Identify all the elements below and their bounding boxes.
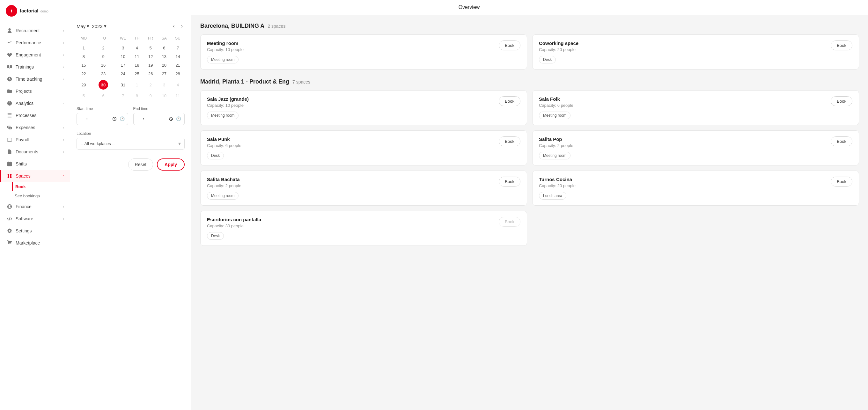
- cal-day[interactable]: 6: [91, 92, 116, 100]
- cal-day[interactable]: 2: [91, 44, 116, 52]
- cal-day[interactable]: 10: [158, 92, 171, 100]
- sidebar-item-spaces[interactable]: Spaces ˅: [0, 170, 70, 182]
- cal-day[interactable]: 9: [144, 92, 158, 100]
- sidebar-item-software[interactable]: Software ›: [0, 213, 70, 225]
- cal-day[interactable]: 31: [116, 78, 130, 92]
- sidebar-item-projects[interactable]: Projects: [0, 85, 70, 97]
- sidebar-item-settings[interactable]: Settings: [0, 225, 70, 237]
- sidebar-item-marketplace[interactable]: Marketplace: [0, 237, 70, 249]
- book-button[interactable]: Book: [499, 136, 520, 146]
- book-button[interactable]: Book: [831, 136, 852, 146]
- cal-day[interactable]: 17: [116, 61, 130, 69]
- cal-day[interactable]: 30: [91, 78, 116, 92]
- cal-day[interactable]: 19: [144, 61, 158, 69]
- cal-day[interactable]: 1: [130, 78, 144, 92]
- sidebar-item-finance[interactable]: Finance ›: [0, 200, 70, 213]
- cal-day[interactable]: 25: [130, 69, 144, 78]
- sidebar-item-analytics[interactable]: Analytics ›: [0, 97, 70, 109]
- year-dropdown-button[interactable]: 2023 ▾: [92, 23, 106, 29]
- space-name: Turnos Cocina: [539, 177, 576, 182]
- space-info: Salita Bachata Capacity: 2 people: [207, 177, 241, 192]
- cal-year-label: 2023: [92, 24, 102, 29]
- cal-day[interactable]: 22: [76, 69, 91, 78]
- end-time-label: End time: [133, 106, 185, 111]
- cal-day[interactable]: 5: [144, 44, 158, 52]
- space-capacity: Capacity: 10 people: [207, 47, 244, 52]
- sidebar-item-processes[interactable]: Processes: [0, 109, 70, 122]
- sidebar-item-trainings[interactable]: Trainings ›: [0, 61, 70, 73]
- sidebar-label-shifts: Shifts: [16, 161, 27, 166]
- cal-day[interactable]: 12: [144, 52, 158, 61]
- cal-day[interactable]: 16: [91, 61, 116, 69]
- book-button[interactable]: Book: [831, 40, 852, 51]
- location-name-madrid: Madrid, Planta 1 - Product & Eng: [200, 78, 289, 85]
- sidebar-item-expenses[interactable]: Expenses ›: [0, 122, 70, 134]
- chevron-analytics: ›: [63, 102, 64, 105]
- location-count-barcelona: 2 spaces: [268, 24, 285, 29]
- cal-day[interactable]: 29: [76, 78, 91, 92]
- start-time-input[interactable]: [80, 116, 118, 122]
- page-title: Overview: [459, 4, 480, 10]
- cal-day[interactable]: 3: [116, 44, 130, 52]
- cal-day[interactable]: 28: [171, 69, 185, 78]
- cal-day[interactable]: 4: [130, 44, 144, 52]
- cal-day[interactable]: 5: [76, 92, 91, 100]
- space-tag: Meeting room: [207, 56, 239, 63]
- space-tag: Meeting room: [539, 112, 570, 119]
- cal-day[interactable]: 6: [158, 44, 171, 52]
- cal-dow-th: TH: [130, 35, 144, 44]
- sidebar-label-time-tracking: Time tracking: [16, 76, 42, 82]
- book-button[interactable]: Book: [499, 96, 520, 106]
- cal-day[interactable]: 2: [144, 78, 158, 92]
- sidebar-item-documents[interactable]: Documents ›: [0, 146, 70, 158]
- sidebar-sub-see-bookings[interactable]: See bookings: [15, 191, 70, 200]
- sidebar-sub-book[interactable]: Book: [12, 182, 70, 191]
- cal-day[interactable]: 7: [116, 92, 130, 100]
- sidebar-item-time-tracking[interactable]: Time tracking ›: [0, 73, 70, 85]
- spaces-grid-madrid: Sala Jazz (grande) Capacity: 10 people B…: [200, 90, 859, 246]
- sidebar-item-shifts[interactable]: Shifts: [0, 158, 70, 170]
- cal-day[interactable]: 18: [130, 61, 144, 69]
- cal-day[interactable]: 8: [130, 92, 144, 100]
- sidebar-item-engagement[interactable]: Engagement ›: [0, 49, 70, 61]
- end-time-input[interactable]: [137, 116, 175, 122]
- sidebar-item-payroll[interactable]: Payroll ›: [0, 134, 70, 146]
- space-tag: Lunch area: [539, 192, 566, 199]
- book-button[interactable]: Book: [831, 177, 852, 187]
- cal-day[interactable]: 24: [116, 69, 130, 78]
- chevron-recruitment: ›: [63, 29, 64, 33]
- cal-day[interactable]: 4: [171, 78, 185, 92]
- cal-day[interactable]: 10: [116, 52, 130, 61]
- cal-day[interactable]: 20: [158, 61, 171, 69]
- sidebar-item-performance[interactable]: Performance ›: [0, 37, 70, 49]
- cal-day[interactable]: 26: [144, 69, 158, 78]
- cal-next-button[interactable]: ›: [179, 23, 185, 30]
- cal-day[interactable]: 14: [171, 52, 185, 61]
- cal-prev-button[interactable]: ‹: [171, 23, 176, 30]
- cal-day[interactable]: 8: [76, 52, 91, 61]
- cal-day[interactable]: 21: [171, 61, 185, 69]
- month-dropdown-button[interactable]: May ▾: [76, 23, 89, 29]
- space-card: Coworking space Capacity: 20 people Book…: [532, 34, 859, 69]
- cal-day[interactable]: 15: [76, 61, 91, 69]
- cal-day[interactable]: 3: [158, 78, 171, 92]
- sidebar-item-recruitment[interactable]: Recruitment ›: [0, 25, 70, 37]
- apply-button[interactable]: Apply: [157, 158, 185, 170]
- sidebar-label-recruitment: Recruitment: [16, 28, 39, 33]
- book-button[interactable]: Book: [831, 96, 852, 106]
- location-select[interactable]: -- All workplaces -- Barcelona, BUILDING…: [76, 138, 185, 150]
- cal-day[interactable]: 7: [171, 44, 185, 52]
- cal-day[interactable]: 9: [91, 52, 116, 61]
- cal-nav: ‹ ›: [171, 23, 185, 30]
- cal-day[interactable]: 11: [130, 52, 144, 61]
- left-panel: May ▾ 2023 ▾ ‹ ›: [70, 15, 191, 410]
- book-button[interactable]: Book: [499, 177, 520, 187]
- cal-day[interactable]: 27: [158, 69, 171, 78]
- cal-day[interactable]: 13: [158, 52, 171, 61]
- space-footer: Meeting room: [539, 112, 852, 119]
- cal-day[interactable]: 11: [171, 92, 185, 100]
- cal-day[interactable]: 1: [76, 44, 91, 52]
- reset-button[interactable]: Reset: [128, 158, 153, 170]
- book-button[interactable]: Book: [499, 40, 520, 51]
- cal-day[interactable]: 23: [91, 69, 116, 78]
